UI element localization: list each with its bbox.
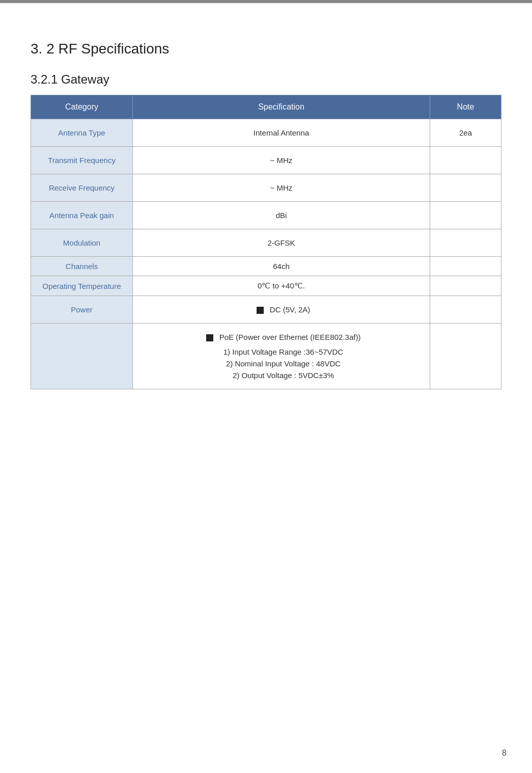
spec-operating-temp: 0℃ to +40℃.	[133, 276, 430, 296]
spec-antenna-type: Internal Antenna	[133, 119, 430, 147]
spec-modulation: 2-GFSK	[133, 229, 430, 257]
table-row: Antenna Type Internal Antenna 2ea	[31, 119, 501, 147]
table-row: Operating Temperature 0℃ to +40℃.	[31, 276, 501, 296]
note-operating-temp	[430, 276, 501, 296]
poe-line3: 2) Output Voltage : 5VDC±3%	[145, 371, 422, 380]
note-transmit-freq	[430, 147, 501, 174]
note-antenna-type: 2ea	[430, 119, 501, 147]
header-specification: Specification	[133, 95, 430, 119]
table-row: Receive Frequency ~ MHz	[31, 174, 501, 202]
header-note: Note	[430, 95, 501, 119]
spec-power-dc-text: DC (5V, 2A)	[270, 305, 310, 314]
category-transmit-freq: Transmit Frequency	[31, 147, 133, 174]
note-antenna-gain	[430, 202, 501, 229]
spec-power-dc: DC (5V, 2A)	[133, 296, 430, 324]
category-antenna-type: Antenna Type	[31, 119, 133, 147]
category-channels: Channels	[31, 257, 133, 276]
table-row: Channels 64ch	[31, 257, 501, 276]
rf-specs-table: Category Specification Note Antenna Type…	[31, 95, 501, 389]
table-row: PoE (Power over Ethernet (IEEE802.3af)) …	[31, 324, 501, 389]
table-row: Modulation 2-GFSK	[31, 229, 501, 257]
category-receive-freq: Receive Frequency	[31, 174, 133, 202]
spec-poe-title: PoE (Power over Ethernet (IEEE802.3af))	[219, 333, 361, 341]
header-category: Category	[31, 95, 133, 119]
poe-line1: 1) Input Voltage Range :36~57VDC	[145, 348, 422, 356]
note-receive-freq	[430, 174, 501, 202]
spec-power-poe: PoE (Power over Ethernet (IEEE802.3af)) …	[133, 324, 430, 389]
table-row: Power DC (5V, 2A)	[31, 296, 501, 324]
subsection-title: 3.2.1 Gateway	[31, 72, 501, 87]
category-modulation: Modulation	[31, 229, 133, 257]
note-power-dc	[430, 296, 501, 324]
spec-channels: 64ch	[133, 257, 430, 276]
page-number: 8	[502, 749, 507, 758]
note-power-poe	[430, 324, 501, 389]
bullet-dc-icon	[257, 307, 264, 314]
bullet-poe-icon	[206, 334, 213, 341]
section-title: 3. 2 RF Specifications	[31, 41, 501, 57]
note-channels	[430, 257, 501, 276]
spec-receive-freq: ~ MHz	[133, 174, 430, 202]
category-antenna-gain: Antenna Peak gain	[31, 202, 133, 229]
top-border	[0, 0, 532, 3]
table-header-row: Category Specification Note	[31, 95, 501, 119]
spec-transmit-freq: ~ MHz	[133, 147, 430, 174]
category-power: Power	[31, 296, 133, 324]
category-power-poe	[31, 324, 133, 389]
category-operating-temp: Operating Temperature	[31, 276, 133, 296]
poe-line2: 2) Nominal Input Voltage : 48VDC	[145, 359, 422, 368]
spec-antenna-gain: dBi	[133, 202, 430, 229]
note-modulation	[430, 229, 501, 257]
table-row: Antenna Peak gain dBi	[31, 202, 501, 229]
table-row: Transmit Frequency ~ MHz	[31, 147, 501, 174]
